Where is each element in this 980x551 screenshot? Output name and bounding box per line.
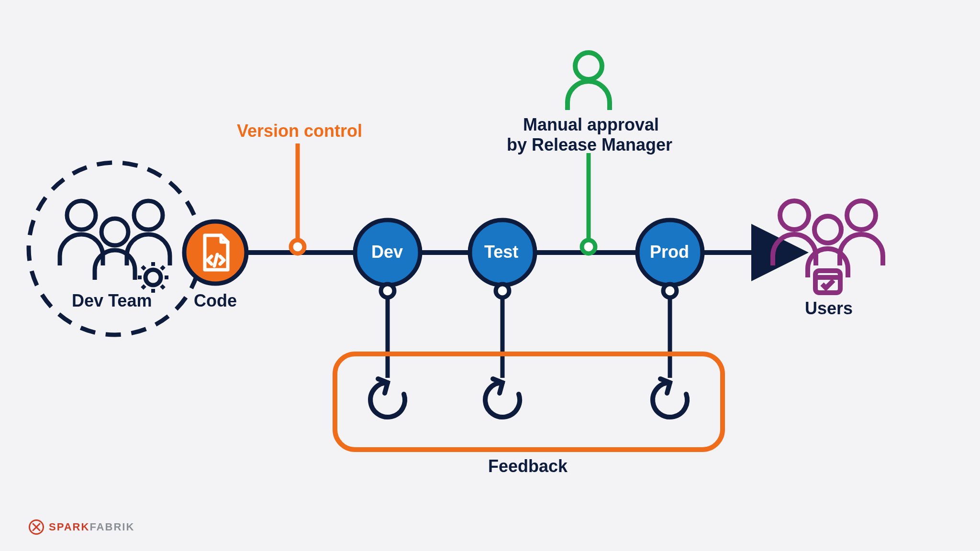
svg-point-22 [663, 284, 677, 298]
dev-team-icon [60, 201, 170, 293]
manual-approval-line1: Manual approval [519, 115, 663, 135]
brand-logo: SPARKFABRIK [29, 519, 134, 535]
version-control-label: Version control [237, 121, 362, 141]
svg-point-19 [575, 53, 602, 79]
code-node [184, 221, 246, 284]
svg-line-10 [142, 266, 145, 269]
brand-text-2: FABRIK [89, 521, 134, 533]
svg-point-21 [496, 284, 509, 298]
feedback-label: Feedback [488, 456, 568, 476]
feedback-loop-icon [370, 379, 687, 417]
manual-approval-line2: by Release Manager [503, 135, 676, 155]
svg-point-18 [582, 240, 595, 253]
svg-point-28 [814, 216, 841, 243]
svg-point-26 [780, 201, 809, 230]
svg-point-20 [381, 284, 394, 298]
users-icon [773, 201, 883, 293]
stage-dev-label: Dev [371, 242, 403, 262]
svg-line-11 [161, 286, 164, 288]
svg-rect-29 [815, 271, 840, 293]
svg-point-16 [291, 240, 304, 253]
svg-line-12 [142, 286, 145, 288]
stage-test-label: Test [484, 242, 518, 262]
brand-mark-icon [29, 519, 44, 535]
stage-prod-label: Prod [650, 242, 689, 262]
svg-line-13 [161, 266, 164, 269]
svg-point-3 [134, 201, 163, 230]
brand-text-1: SPARK [49, 521, 89, 533]
svg-point-2 [67, 201, 96, 230]
dev-team-label: Dev Team [72, 291, 152, 311]
svg-point-4 [101, 219, 128, 245]
svg-point-5 [145, 270, 161, 285]
release-manager-icon [568, 53, 610, 110]
users-label: Users [805, 298, 853, 319]
code-label: Code [194, 291, 237, 311]
feedback-box [335, 354, 723, 450]
svg-point-27 [847, 201, 876, 230]
